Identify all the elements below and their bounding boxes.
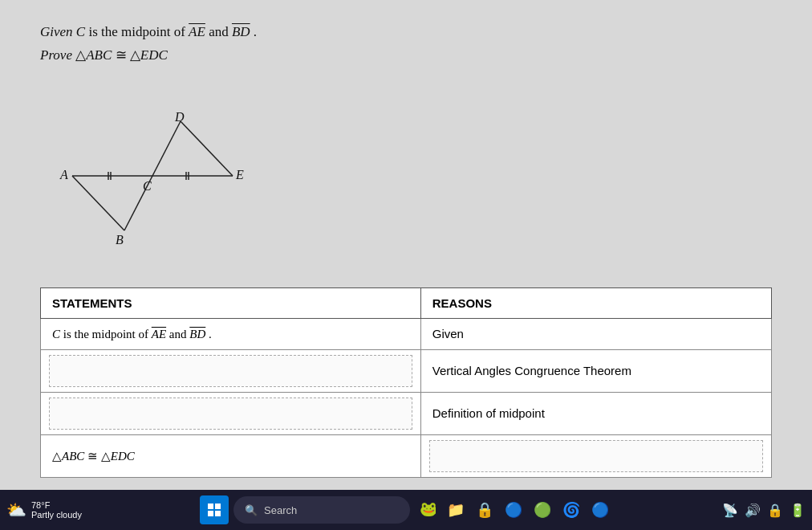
taskbar-app-icon-7[interactable]: 🔵 (588, 498, 612, 522)
given-italic: C (76, 24, 89, 39)
weather-icon: ⛅ (6, 500, 26, 520)
shield-icon[interactable]: 🔒 (767, 503, 783, 518)
segment-AE: AE (189, 24, 205, 39)
taskbar-left: ⛅ 78°F Partly cloudy (6, 500, 85, 520)
system-icons: 📡 🔊 🔒 🔋 (722, 503, 806, 518)
reason-2-text: Vertical Angles Congruence Theorem (432, 364, 631, 377)
taskbar-right: 📡 🔊 🔒 🔋 (722, 503, 806, 518)
frog-icon: 🐸 (418, 499, 436, 517)
given-statement: Given C is the midpoint of AE and BD . (40, 24, 772, 40)
label-A: A (59, 168, 68, 181)
reason-cell-2: Vertical Angles Congruence Theorem (420, 350, 771, 393)
volume-icon[interactable]: 🔊 (745, 503, 761, 518)
svg-text:🐸: 🐸 (420, 500, 436, 517)
search-icon: 🔍 (245, 504, 258, 516)
taskbar-app-icon-1[interactable]: 🐸 (415, 496, 439, 524)
search-label: Search (264, 504, 297, 516)
svg-line-3 (181, 121, 233, 176)
table-row: Definition of midpoint (41, 393, 772, 435)
main-content: Given C is the midpoint of AE and BD . P… (0, 0, 812, 490)
taskbar-app-icon-6[interactable]: 🌀 (559, 498, 583, 522)
label-E: E (235, 168, 244, 181)
label-B: B (116, 233, 124, 247)
statement-4-text: △ABC ≅ △EDC (52, 450, 135, 463)
weather-temp: 78°F (31, 500, 50, 510)
table-row: △ABC ≅ △EDC (41, 435, 772, 478)
table-row: Vertical Angles Congruence Theorem (41, 350, 772, 393)
network-icon[interactable]: 📡 (722, 503, 738, 518)
windows-button[interactable] (200, 495, 229, 524)
taskbar-app-icon-4[interactable]: 🔵 (501, 498, 526, 522)
statement-cell-2[interactable] (41, 350, 421, 393)
label-D: D (174, 110, 185, 124)
taskbar-app-icon-2[interactable]: 📁 (444, 498, 468, 522)
svg-line-2 (72, 176, 124, 230)
proof-table: STATEMENTS REASONS C is the midpoint of … (40, 287, 772, 478)
diagram-container: A D E C B (56, 80, 772, 267)
weather-widget: ⛅ 78°F Partly cloudy (6, 500, 85, 520)
taskbar-app-icon-5[interactable]: 🟢 (530, 498, 554, 522)
weather-desc: Partly cloudy (31, 510, 82, 520)
weather-info: 78°F Partly cloudy (31, 500, 82, 520)
taskbar-app-icon-3[interactable]: 🔒 (473, 498, 497, 522)
statement-cell-4: △ABC ≅ △EDC (41, 435, 421, 478)
power-icon[interactable]: 🔋 (790, 503, 806, 518)
taskbar: ⛅ 78°F Partly cloudy 🔍 Search 🐸 📁 🔒 🔵 (0, 490, 812, 530)
statement-input-2[interactable] (49, 355, 412, 387)
statement-cell-1: C is the midpoint of AE and BD . (41, 319, 421, 350)
windows-grid-icon (208, 503, 221, 516)
statement-input-3[interactable] (49, 398, 412, 430)
reason-cell-1: Given (420, 319, 771, 350)
segment-BD: BD (232, 24, 250, 39)
reason-1-text: Given (432, 327, 464, 340)
statement-cell-3[interactable] (41, 393, 421, 435)
reason-input-4[interactable] (429, 440, 763, 472)
statement-1-text: C is the midpoint of AE and BD . (52, 328, 212, 340)
geometry-diagram: A D E C B (56, 80, 265, 264)
prove-statement: Prove △ABC ≅ △EDC (40, 47, 772, 63)
prove-prefix: Prove (40, 47, 72, 63)
label-C: C (143, 179, 152, 193)
col-header-reasons: REASONS (420, 288, 771, 319)
col-header-statements: STATEMENTS (41, 288, 421, 319)
reason-3-text: Definition of midpoint (432, 406, 545, 420)
taskbar-center: 🔍 Search 🐸 📁 🔒 🔵 🟢 🌀 🔵 (200, 495, 612, 524)
given-prefix: Given (40, 24, 73, 39)
reason-cell-3: Definition of midpoint (420, 393, 771, 435)
search-bar[interactable]: 🔍 Search (233, 496, 410, 524)
reason-cell-4[interactable] (420, 435, 771, 478)
table-row: C is the midpoint of AE and BD . Given (41, 319, 772, 350)
